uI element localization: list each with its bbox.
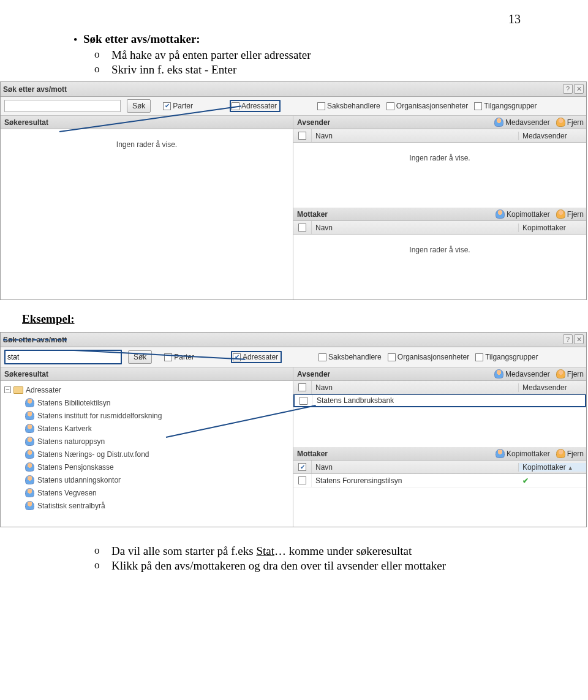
adressater-label: Adressater bbox=[241, 102, 277, 110]
adressater-node-label: Adressater bbox=[26, 386, 61, 394]
intro-sub1: Må hake av på enten parter eller adressa… bbox=[111, 48, 311, 62]
tree-result-label: Statens Bibiliotektilsyn bbox=[37, 399, 110, 407]
sub-bullet-icon: o bbox=[94, 48, 111, 61]
tree-result-item[interactable]: Statens utdanningskontor bbox=[4, 473, 289, 486]
person-icon bbox=[25, 450, 34, 459]
saksbehandlere-checkbox-2[interactable] bbox=[318, 353, 326, 361]
person-icon bbox=[496, 449, 505, 458]
select-all-checkbox-4[interactable] bbox=[298, 463, 306, 471]
collapse-icon[interactable]: − bbox=[4, 386, 11, 393]
close-icon-2[interactable]: ✕ bbox=[574, 334, 584, 344]
search-input-2[interactable] bbox=[6, 351, 121, 363]
fjern-label-4[interactable]: Fjern bbox=[567, 450, 584, 458]
tilgang-label-2: Tilgangsgrupper bbox=[485, 353, 538, 361]
navn-column-2[interactable]: Navn bbox=[312, 224, 519, 232]
person-icon bbox=[25, 411, 34, 420]
fjern-label[interactable]: Fjern bbox=[567, 118, 584, 127]
tree-result-item[interactable]: Statens Vegvesen bbox=[4, 486, 289, 499]
org-label: Organisasjonsenheter bbox=[396, 102, 468, 110]
medavsender-column-2[interactable]: Medavsender bbox=[519, 383, 586, 392]
sub-bullet-icon: o bbox=[94, 544, 111, 557]
tree-result-item[interactable]: Statens Nærings- og Distr.utv.fond bbox=[4, 448, 289, 461]
person-icon bbox=[25, 437, 34, 446]
avsender-row[interactable]: Statens Landbruksbank bbox=[293, 394, 586, 407]
saksbehandlere-label: Saksbehandlere bbox=[327, 102, 380, 110]
navn-column-3[interactable]: Navn bbox=[312, 383, 519, 392]
checkmark-icon: ✔ bbox=[519, 476, 586, 485]
person-icon bbox=[496, 209, 505, 219]
medavsender-label-2[interactable]: Medavsender bbox=[505, 370, 550, 378]
kopimottaker-column-2[interactable]: Kopimottaker▲ bbox=[519, 463, 586, 472]
saksbehandlere-checkbox[interactable] bbox=[317, 102, 325, 110]
select-all-checkbox-3[interactable] bbox=[298, 383, 306, 391]
adressater-checkbox-2[interactable] bbox=[233, 353, 241, 361]
intro-sub2: Skriv inn f. eks stat - Enter bbox=[111, 63, 236, 77]
mottaker-header: Mottaker bbox=[297, 210, 328, 219]
person-remove-icon bbox=[556, 369, 565, 378]
page-number: 13 bbox=[0, 0, 588, 32]
parter-checkbox[interactable] bbox=[163, 102, 171, 110]
tilgang-checkbox-2[interactable] bbox=[475, 353, 483, 361]
tree-result-label: Statens naturoppsyn bbox=[37, 437, 105, 446]
tree-node-adressater[interactable]: − Adressater bbox=[4, 383, 289, 396]
search-panel-1: Søk etter avs/mott ? ✕ Søk Parter Adress… bbox=[0, 81, 587, 300]
tree-result-item[interactable]: Statens Kartverk bbox=[4, 422, 289, 435]
navn-column[interactable]: Navn bbox=[312, 132, 519, 140]
panel-title-2: Søk etter avs/mott bbox=[3, 336, 67, 344]
help-icon[interactable]: ? bbox=[563, 84, 573, 94]
help-icon-2[interactable]: ? bbox=[563, 334, 573, 344]
person-icon bbox=[25, 475, 34, 484]
person-remove-icon bbox=[556, 209, 565, 219]
medavsender-column[interactable]: Medavsender bbox=[519, 132, 586, 140]
person-icon bbox=[25, 398, 34, 407]
empty-msg-left: Ingen rader å vise. bbox=[1, 129, 293, 160]
select-all-checkbox-2[interactable] bbox=[298, 224, 306, 231]
kopimottaker-label-2[interactable]: Kopimottaker bbox=[507, 450, 550, 458]
select-all-checkbox[interactable] bbox=[298, 132, 306, 140]
tree-result-item[interactable]: Statens Pensjonskasse bbox=[4, 461, 289, 473]
person-icon bbox=[25, 501, 34, 510]
tree-result-label: Statens Vegvesen bbox=[37, 489, 97, 497]
tree-result-item[interactable]: Statens naturoppsyn bbox=[4, 435, 289, 448]
fjern-label-2[interactable]: Fjern bbox=[567, 210, 584, 219]
row-checkbox[interactable] bbox=[300, 397, 307, 405]
tree-result-label: Statens Nærings- og Distr.utv.fond bbox=[37, 450, 149, 459]
avsender-row-name: Statens Landbruksbank bbox=[313, 396, 518, 405]
org-checkbox[interactable] bbox=[386, 102, 394, 110]
avsender-header-2: Avsender bbox=[297, 370, 330, 378]
fjern-label-3[interactable]: Fjern bbox=[567, 370, 584, 378]
tree-result-item[interactable]: Statens Bibiliotektilsyn bbox=[4, 396, 289, 409]
tree-result-label: Statens Pensjonskasse bbox=[37, 463, 114, 472]
sub-bullet-icon: o bbox=[94, 63, 111, 75]
kopimottaker-label[interactable]: Kopimottaker bbox=[507, 210, 550, 219]
mottaker-row-name: Statens Forurensingstilsyn bbox=[312, 476, 519, 485]
person-remove-icon bbox=[556, 449, 565, 458]
panel-title: Søk etter avs/mott bbox=[3, 85, 67, 94]
person-icon bbox=[25, 462, 34, 472]
org-checkbox-2[interactable] bbox=[388, 353, 396, 361]
avsender-header: Avsender bbox=[297, 118, 330, 127]
outro-line1: Da vil alle som starter på f.eks Stat… k… bbox=[111, 544, 412, 558]
mottaker-header-2: Mottaker bbox=[297, 450, 328, 458]
sokeresultat-header: Søkeresultat bbox=[4, 118, 48, 127]
person-icon bbox=[25, 424, 34, 433]
row-checkbox-2[interactable] bbox=[298, 476, 306, 484]
navn-column-4[interactable]: Navn bbox=[312, 463, 519, 472]
tilgang-checkbox[interactable] bbox=[474, 102, 482, 110]
mottaker-row[interactable]: Statens Forurensingstilsyn ✔ bbox=[293, 474, 586, 487]
saksbehandlere-label-2: Saksbehandlere bbox=[328, 353, 382, 361]
search-input[interactable] bbox=[4, 100, 121, 112]
adressater-label-2: Adressater bbox=[243, 353, 278, 361]
sub-bullet-icon: o bbox=[94, 559, 111, 571]
sort-asc-icon: ▲ bbox=[566, 465, 573, 471]
person-icon bbox=[25, 488, 34, 497]
bullet-icon: • bbox=[74, 32, 83, 47]
medavsender-label[interactable]: Medavsender bbox=[505, 118, 550, 127]
tree-result-label: Statistisk sentralbyrå bbox=[37, 502, 105, 510]
search-button[interactable]: Søk bbox=[127, 99, 151, 113]
search-panel-2: Søk etter avs/mott ? ✕ Søk Parter Adress… bbox=[0, 332, 587, 527]
person-icon bbox=[494, 369, 503, 378]
tree-result-item[interactable]: Statistisk sentralbyrå bbox=[4, 499, 289, 512]
kopimottaker-column[interactable]: Kopimottaker bbox=[519, 224, 586, 232]
close-icon[interactable]: ✕ bbox=[574, 84, 584, 94]
